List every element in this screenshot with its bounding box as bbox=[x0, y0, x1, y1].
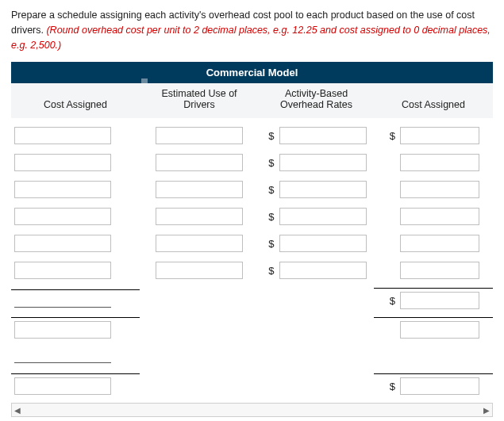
dollar-spacer bbox=[387, 184, 395, 196]
table-row: $ bbox=[11, 153, 493, 172]
cell-cost-assigned-right: $ bbox=[374, 127, 493, 144]
dollar-spacer bbox=[387, 265, 395, 277]
dollar-spacer bbox=[387, 324, 395, 336]
dollar-spacer bbox=[387, 238, 395, 250]
header-estimated-drivers: Estimated Use of Drivers bbox=[140, 83, 259, 118]
cell-cost-assigned-right bbox=[374, 235, 493, 252]
table-row: $ bbox=[11, 180, 493, 199]
cell-cost-assigned-right bbox=[374, 262, 493, 279]
cost-assigned-left-input[interactable] bbox=[14, 127, 111, 144]
cell-cost-assigned-left bbox=[11, 154, 140, 171]
banner-title: Commercial Model bbox=[206, 67, 298, 78]
rows-container: $$$ $ $ $ $ $ $ bbox=[11, 118, 493, 395]
cost-assigned-left-input[interactable] bbox=[14, 154, 111, 171]
cell-cost-assigned-right: $ bbox=[374, 288, 493, 309]
dollar-sign: $ bbox=[387, 130, 395, 142]
cell-cost-assigned-right bbox=[374, 181, 493, 198]
banner-tab-mark bbox=[141, 78, 148, 83]
instruction-text: Prepare a schedule assigning each activi… bbox=[11, 8, 493, 52]
cost-assigned-right-input[interactable] bbox=[400, 208, 479, 225]
cost-assigned-left-input[interactable] bbox=[14, 208, 111, 225]
table-row: $$ bbox=[11, 126, 493, 145]
cost-assigned-right-input[interactable] bbox=[400, 235, 479, 252]
overhead-rate-input[interactable] bbox=[279, 235, 367, 252]
cell-cost-assigned-left bbox=[11, 127, 140, 144]
cell-overhead-rate: $ bbox=[259, 154, 374, 171]
header-overhead-rates: Activity-Based Overhead Rates bbox=[259, 83, 374, 118]
overhead-rate-input[interactable] bbox=[279, 154, 367, 171]
dollar-sign: $ bbox=[267, 211, 275, 223]
cost-assigned-left-input[interactable] bbox=[14, 262, 111, 279]
schedule-table: Commercial Model Cost Assigned Estimated… bbox=[11, 62, 493, 421]
underline-placeholder bbox=[14, 293, 111, 308]
table-banner: Commercial Model bbox=[11, 62, 493, 83]
table-row: $ bbox=[11, 207, 493, 226]
cell-overhead-rate: $ bbox=[259, 262, 374, 279]
cell-cost-assigned-left bbox=[11, 235, 140, 252]
overhead-rate-input[interactable] bbox=[279, 262, 367, 279]
estimated-drivers-input[interactable] bbox=[156, 181, 243, 198]
dollar-sign: $ bbox=[267, 130, 275, 142]
cell-cost-assigned-left bbox=[11, 262, 140, 279]
table-row: $ bbox=[11, 234, 493, 253]
dollar-sign: $ bbox=[267, 157, 275, 169]
cutoff-text bbox=[11, 417, 493, 421]
overhead-rate-input[interactable] bbox=[279, 127, 367, 144]
cost-assigned-left-input[interactable] bbox=[14, 181, 111, 198]
cost-assigned-left-input[interactable] bbox=[14, 235, 111, 252]
cell-estimated-drivers bbox=[140, 235, 259, 252]
cell-estimated-drivers bbox=[140, 181, 259, 198]
overhead-rate-input[interactable] bbox=[279, 181, 367, 198]
cell-estimated-drivers bbox=[140, 154, 259, 171]
table-row: $ bbox=[11, 261, 493, 280]
cell-cost-assigned-right bbox=[374, 208, 493, 225]
dollar-sign: $ bbox=[387, 295, 395, 307]
dollar-sign: $ bbox=[267, 184, 275, 196]
cost-assigned-right-input[interactable] bbox=[400, 181, 479, 198]
cell-cost-assigned-left bbox=[11, 181, 140, 198]
dollar-sign: $ bbox=[267, 265, 275, 277]
scroll-right-arrow[interactable]: ▶ bbox=[483, 406, 490, 415]
estimated-drivers-input[interactable] bbox=[156, 262, 243, 279]
cost-assigned-left-input[interactable] bbox=[14, 377, 111, 395]
cost-assigned-right-input[interactable] bbox=[400, 154, 479, 171]
cell-estimated-drivers bbox=[140, 208, 259, 225]
overhead-rate-input[interactable] bbox=[279, 208, 367, 225]
cell-cost-assigned-right: $ bbox=[374, 373, 493, 395]
estimated-drivers-input[interactable] bbox=[156, 208, 243, 225]
dollar-sign: $ bbox=[267, 238, 275, 250]
cell-overhead-rate: $ bbox=[259, 208, 374, 225]
cell-cost-assigned-right bbox=[374, 154, 493, 171]
horizontal-scrollbar[interactable]: ◀ ▶ bbox=[11, 403, 493, 417]
cost-assigned-right-input[interactable] bbox=[400, 292, 479, 309]
header-cost-assigned-left: Cost Assigned bbox=[11, 91, 140, 118]
instruction-round: (Round overhead cost per unit to 2 decim… bbox=[11, 25, 491, 51]
column-headers: Cost Assigned Estimated Use of Drivers A… bbox=[11, 83, 493, 118]
cost-assigned-right-input[interactable] bbox=[400, 262, 479, 279]
cell-cost-assigned-left bbox=[11, 289, 140, 308]
cell-cost-assigned-left bbox=[11, 208, 140, 225]
cell-cost-assigned-left bbox=[11, 373, 140, 395]
cost-assigned-right-input[interactable] bbox=[400, 127, 479, 144]
estimated-drivers-input[interactable] bbox=[156, 127, 243, 144]
table-row: $ bbox=[11, 373, 493, 395]
table-row: $ bbox=[11, 288, 493, 309]
cost-assigned-right-input[interactable] bbox=[400, 377, 479, 395]
cell-estimated-drivers bbox=[140, 127, 259, 144]
dollar-spacer bbox=[387, 211, 395, 223]
cell-cost-assigned-left bbox=[11, 349, 140, 363]
cell-overhead-rate: $ bbox=[259, 235, 374, 252]
cell-overhead-rate: $ bbox=[259, 181, 374, 198]
header-cost-assigned-right: Cost Assigned bbox=[374, 91, 493, 118]
cost-assigned-right-input[interactable] bbox=[400, 321, 479, 339]
scroll-left-arrow[interactable]: ◀ bbox=[14, 406, 21, 415]
estimated-drivers-input[interactable] bbox=[156, 235, 243, 252]
dollar-sign: $ bbox=[387, 381, 395, 392]
dollar-spacer bbox=[387, 157, 395, 169]
estimated-drivers-input[interactable] bbox=[156, 154, 243, 171]
cell-cost-assigned-left bbox=[11, 317, 140, 339]
table-row bbox=[11, 346, 493, 366]
underline-placeholder bbox=[14, 349, 111, 363]
cost-assigned-left-input[interactable] bbox=[14, 321, 111, 339]
cell-estimated-drivers bbox=[140, 262, 259, 279]
